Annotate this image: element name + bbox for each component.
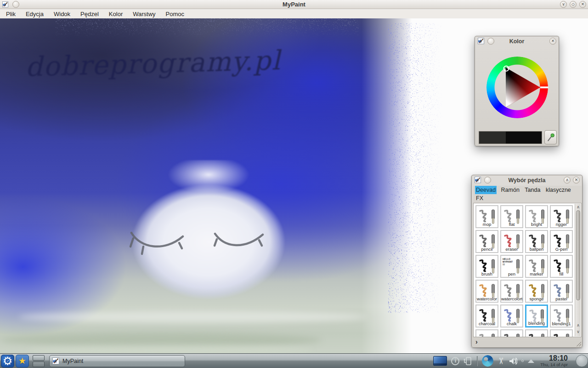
brush-tile-fill[interactable]: fill bbox=[550, 255, 573, 278]
scrollbar-thumb[interactable] bbox=[576, 210, 580, 300]
painting[interactable]: dobreprogramy.pl bbox=[0, 18, 446, 353]
dialog-menu-button[interactable] bbox=[487, 38, 494, 45]
kde-menu-button[interactable]: ⚙ K bbox=[1, 355, 14, 368]
brush-tile-partial[interactable] bbox=[475, 329, 498, 337]
scroll-down-icon[interactable]: ∨ bbox=[575, 329, 581, 334]
brush-stroke-icon bbox=[502, 233, 515, 248]
brush-tile-ballpen[interactable]: ballpen bbox=[525, 230, 548, 253]
brush-tile-mop[interactable]: mop bbox=[475, 205, 498, 228]
brush-stroke-icon bbox=[477, 283, 490, 298]
volume-speaker-icon[interactable] bbox=[509, 356, 517, 366]
tab-deevad[interactable]: Deevad bbox=[475, 186, 497, 194]
menu-kolor[interactable]: Kolor bbox=[104, 10, 128, 18]
minimize-button[interactable]: ∨ bbox=[560, 1, 567, 8]
brush-stroke-icon bbox=[552, 333, 565, 337]
display-settings-icon[interactable] bbox=[433, 356, 447, 366]
titlebar-menu-button[interactable] bbox=[12, 1, 19, 8]
close-icon[interactable]: ✕ bbox=[549, 38, 556, 45]
menu-edycja[interactable]: Edycja bbox=[21, 10, 49, 18]
brush-label: pen bbox=[501, 271, 522, 276]
expander-chevron-icon[interactable]: › bbox=[475, 338, 478, 345]
brush-label: brush bbox=[476, 271, 498, 276]
brush-tile-bright[interactable]: bright bbox=[525, 205, 548, 228]
brush-tool-icon bbox=[515, 332, 521, 337]
brush-tile-pen[interactable]: HELLO MYPAINT !!! pen bbox=[500, 255, 523, 278]
eyedropper-icon bbox=[547, 133, 554, 142]
previous-color-swatch[interactable] bbox=[479, 132, 506, 144]
brush-tile-sponge[interactable]: sponge bbox=[525, 280, 548, 303]
brush-stroke-icon bbox=[477, 258, 490, 273]
menu-plik[interactable]: Plik bbox=[1, 10, 21, 18]
brush-tile-chalk[interactable]: chalk bbox=[500, 305, 523, 328]
current-color-swatch[interactable] bbox=[506, 132, 542, 144]
brush-tile-marker[interactable]: marker bbox=[525, 255, 548, 278]
battery-icon[interactable] bbox=[464, 356, 473, 366]
dialog-menu-button[interactable] bbox=[484, 177, 491, 184]
window-titlebar[interactable]: MyPaint ∨ ◇ ✕ bbox=[0, 0, 588, 9]
brush-tile-blending1[interactable]: blending1 bbox=[550, 305, 573, 328]
brush-tile-partial[interactable] bbox=[500, 329, 523, 337]
tab-tanda[interactable]: Tanda bbox=[524, 186, 541, 194]
color-swatch-bar[interactable] bbox=[479, 131, 542, 144]
brush-tile-pencil[interactable]: pencil bbox=[475, 230, 498, 253]
brush-stroke-icon bbox=[552, 283, 565, 298]
tab-ramon[interactable]: Ramón bbox=[500, 186, 520, 194]
close-icon[interactable]: ✕ bbox=[573, 177, 580, 184]
tab-fx[interactable]: FX bbox=[475, 194, 484, 202]
updates-swirl-icon[interactable] bbox=[482, 355, 493, 367]
brush-stroke-icon bbox=[477, 233, 490, 248]
brush-stroke-icon bbox=[502, 208, 515, 223]
info-icon[interactable]: i bbox=[451, 357, 459, 365]
panel-cashew-button[interactable] bbox=[576, 355, 588, 367]
taskbar-task-mypaint[interactable]: MyPaint bbox=[49, 355, 185, 367]
virtual-desktop-2[interactable] bbox=[33, 362, 45, 367]
tab-klasyczne[interactable]: klasyczne bbox=[545, 186, 572, 194]
saturation-value-triangle[interactable] bbox=[486, 57, 548, 118]
close-button[interactable]: ✕ bbox=[579, 1, 586, 8]
brush-selection-dialog[interactable]: Wybór pędzla ∧ ✕ Deevad Ramón Tanda klas… bbox=[471, 175, 582, 348]
favorites-button[interactable]: ★ bbox=[16, 355, 29, 368]
brush-tile-watercolor[interactable]: watercolor bbox=[475, 280, 498, 303]
menu-widok[interactable]: Widok bbox=[49, 10, 75, 18]
brush-tile-gpen[interactable]: G-pen bbox=[550, 230, 573, 253]
menu-pedzel[interactable]: Pędzel bbox=[75, 10, 104, 18]
brush-stroke-icon bbox=[552, 308, 565, 322]
klipper-scissors-icon[interactable]: ✂ bbox=[497, 357, 506, 365]
brush-tile-charcoal[interactable]: charcoal bbox=[475, 305, 498, 328]
menubar: Plik Edycja Widok Pędzel Kolor Warstwy P… bbox=[0, 10, 588, 18]
brush-tool-icon bbox=[565, 332, 571, 337]
brush-tile-blending-selected[interactable]: blending bbox=[525, 305, 548, 328]
color-picker-button[interactable] bbox=[544, 130, 557, 144]
taskbar-clock[interactable]: 18:10 Thu, 14 of Apr bbox=[540, 355, 568, 367]
resize-grip[interactable] bbox=[577, 342, 581, 346]
mypaint-app-icon bbox=[52, 357, 60, 365]
brush-list[interactable]: mop flat bright rigger pencil bbox=[473, 203, 582, 337]
brush-tile-rigger[interactable]: rigger bbox=[550, 205, 573, 228]
mypaint-app-icon bbox=[478, 38, 485, 45]
scroll-up-icon[interactable]: ∧ bbox=[575, 322, 581, 328]
brush-tile-flat[interactable]: flat bbox=[500, 205, 523, 228]
color-dialog[interactable]: Kolor ✕ bbox=[475, 36, 559, 146]
window-title: MyPaint bbox=[0, 1, 588, 8]
notification-dot-icon[interactable] bbox=[521, 360, 524, 362]
brush-tile-partial[interactable] bbox=[550, 329, 573, 337]
brush-tile-brush[interactable]: brush bbox=[475, 255, 498, 278]
rollup-icon[interactable]: ∧ bbox=[564, 177, 571, 184]
menu-pomoc[interactable]: Pomoc bbox=[161, 10, 189, 18]
brush-tile-pastel[interactable]: pastel bbox=[550, 280, 573, 303]
maximize-button[interactable]: ◇ bbox=[570, 1, 577, 8]
brush-tile-partial[interactable] bbox=[525, 329, 548, 337]
desktop-pager[interactable] bbox=[33, 355, 45, 367]
scroll-up-icon[interactable]: ∧ bbox=[575, 204, 581, 210]
brush-stroke-icon bbox=[527, 233, 540, 248]
virtual-desktop-1[interactable] bbox=[33, 355, 45, 361]
brush-tile-watercolort[interactable]: watercolort bbox=[500, 280, 523, 303]
tray-expand-triangle-icon[interactable] bbox=[528, 359, 534, 363]
brush-dialog-titlebar[interactable]: Wybór pędzla ∧ ✕ bbox=[472, 175, 582, 185]
color-dialog-titlebar[interactable]: Kolor ✕ bbox=[475, 36, 559, 46]
brush-label: watercolort bbox=[501, 296, 522, 301]
brush-list-scrollbar[interactable]: ∧ ∧ ∨ bbox=[575, 204, 581, 336]
brush-tile-eraser[interactable]: eraser bbox=[500, 230, 523, 253]
menu-warstwy[interactable]: Warstwy bbox=[128, 10, 160, 18]
clock-date: Thu, 14 of Apr bbox=[540, 362, 568, 367]
